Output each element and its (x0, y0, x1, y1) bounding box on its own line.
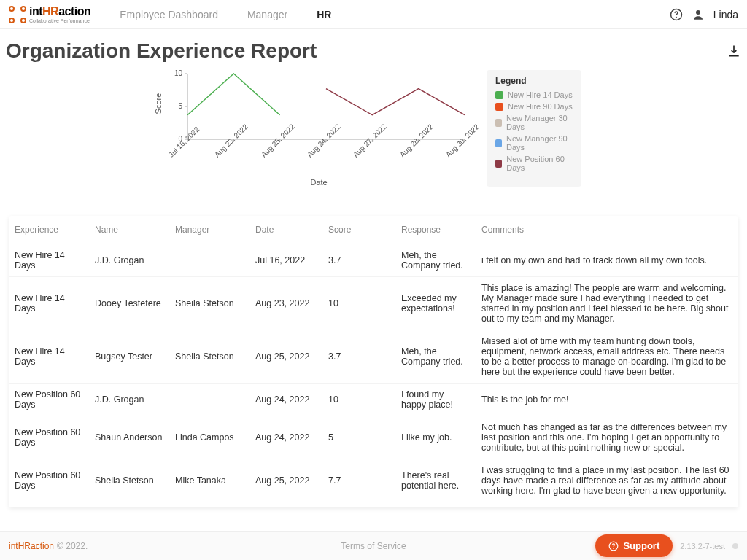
legend-item[interactable]: New Manager 30 Days (495, 114, 573, 131)
user-icon (692, 8, 705, 21)
table-header[interactable]: Date (249, 216, 322, 244)
table-row[interactable]: New Position 60 DaysSheila StetsonMike T… (9, 459, 738, 502)
cell-date: Aug 24, 2022 (249, 416, 322, 459)
cell-manager: Mike Tanaka (169, 459, 249, 502)
download-icon[interactable] (727, 44, 741, 58)
cell-comments: This is the job for me! (476, 384, 738, 416)
footer: intHRaction © 2022. Terms of Service Sup… (0, 531, 747, 560)
cell-score: 5 (322, 416, 395, 459)
cell-score: 7.7 (322, 459, 395, 502)
legend-label: New Hire 14 Days (508, 90, 573, 99)
cell-response: Exceeded my expectations! (395, 277, 476, 330)
cell-experience: New Position 60 Days (9, 416, 89, 459)
chart-area: Score 0510 Jul 16, 2022Aug 23, 2022Aug 2… (0, 70, 747, 187)
logo-sub: Collaborative Performance (29, 18, 90, 23)
table-row[interactable]: New Position 60 DaysShaun AndersonLinda … (9, 416, 738, 459)
legend-swatch (495, 91, 503, 99)
footer-copy: © 2022. (57, 541, 88, 551)
cell-date: Aug 25, 2022 (249, 459, 322, 502)
legend-item[interactable]: New Position 60 Days (495, 155, 573, 172)
table-scroll[interactable]: ExperienceNameManagerDateScoreResponseCo… (9, 216, 738, 508)
legend-swatch (495, 103, 503, 111)
experience-table-card: ExperienceNameManagerDateScoreResponseCo… (9, 216, 738, 508)
cell-manager: Linda Campos (169, 416, 249, 459)
cell-manager (169, 244, 249, 277)
cell-score: 3.7 (322, 502, 395, 508)
cell-comments: The moves being made do not change the f… (476, 502, 738, 508)
nav-item-manager[interactable]: Manager (247, 9, 287, 20)
legend-title: Legend (495, 76, 573, 86)
cell-manager: Sheila Stetson (169, 330, 249, 384)
cell-name: J.D. Grogan (89, 384, 169, 416)
titlebar: Organization Experience Report (0, 29, 747, 70)
footer-brand[interactable]: intHRaction (9, 541, 54, 551)
cell-comments: i felt on my own and had to track down a… (476, 244, 738, 277)
svg-point-19 (614, 548, 614, 548)
cell-comments: Missed alot of time with my team hunting… (476, 330, 738, 384)
svg-point-2 (696, 10, 700, 15)
cell-score: 10 (322, 277, 395, 330)
logo[interactable]: intHRaction Collaborative Performance (9, 5, 90, 23)
legend-item[interactable]: New Hire 90 Days (495, 102, 573, 111)
table-header[interactable]: Response (395, 216, 476, 244)
svg-text:5: 5 (178, 102, 182, 110)
cell-experience: New Position 60 Days (9, 459, 89, 502)
username[interactable]: Linda (713, 9, 738, 20)
legend-item[interactable]: New Manager 90 Days (495, 134, 573, 152)
cell-name: Shaun Anderson (89, 416, 169, 459)
cell-name: J.D. Grogan (89, 244, 169, 277)
version-label: 2.13.2-7-test (680, 542, 725, 551)
cell-comments: This place is amazing! The people are wa… (476, 277, 738, 330)
cell-date: Aug 25, 2022 (249, 330, 322, 384)
cell-date: Aug 27, 2022 (249, 502, 322, 508)
table-row[interactable]: New Position 60 DaysSidney MarcusMike Ta… (9, 502, 738, 508)
status-dot-icon (732, 543, 738, 549)
table-row[interactable]: New Position 60 DaysJ.D. GroganAug 24, 2… (9, 384, 738, 416)
logo-mid: HR (42, 5, 58, 18)
experience-table: ExperienceNameManagerDateScoreResponseCo… (9, 216, 738, 508)
chart-legend: Legend New Hire 14 DaysNew Hire 90 DaysN… (487, 70, 581, 187)
nav-item-hr[interactable]: HR (317, 9, 331, 20)
logo-pre: int (29, 5, 42, 18)
cell-experience: New Position 60 Days (9, 502, 89, 508)
help-icon[interactable] (670, 8, 683, 21)
cell-name: Dooey Testetere (89, 277, 169, 330)
table-row[interactable]: New Hire 14 DaysDooey TestetereSheila St… (9, 277, 738, 330)
nav-item-employee-dashboard[interactable]: Employee Dashboard (120, 9, 218, 20)
cell-experience: New Hire 14 Days (9, 244, 89, 277)
cell-response: Meh, the Company tried. (395, 330, 476, 384)
cell-date: Aug 24, 2022 (249, 384, 322, 416)
chart[interactable]: 0510 (166, 70, 472, 150)
table-header[interactable]: Experience (9, 216, 89, 244)
topbar: intHRaction Collaborative Performance Em… (0, 0, 747, 29)
support-button[interactable]: Support (595, 534, 673, 557)
cell-score: 3.7 (322, 244, 395, 277)
legend-item[interactable]: New Hire 14 Days (495, 90, 573, 99)
table-header[interactable]: Name (89, 216, 169, 244)
cell-comments: Not much has changed as far as the diffe… (476, 416, 738, 459)
legend-label: New Position 60 Days (506, 155, 573, 172)
table-row[interactable]: New Hire 14 DaysJ.D. GroganJul 16, 20223… (9, 244, 738, 277)
legend-swatch (495, 119, 502, 127)
cell-date: Jul 16, 2022 (249, 244, 322, 277)
logo-icon (9, 6, 26, 23)
legend-swatch (495, 160, 502, 168)
cell-response: I like my job. (395, 416, 476, 459)
cell-name: Sheila Stetson (89, 459, 169, 502)
legend-swatch (495, 139, 502, 147)
cell-response: There's real potential here. (395, 459, 476, 502)
table-header[interactable]: Score (322, 216, 395, 244)
svg-point-1 (676, 17, 676, 18)
table-header[interactable]: Comments (476, 216, 738, 244)
table-row[interactable]: New Hire 14 DaysBugsey TesterSheila Stet… (9, 330, 738, 384)
page-title: Organization Experience Report (6, 39, 317, 63)
cell-response: Meh, the Company tried. (395, 244, 476, 277)
table-header[interactable]: Manager (169, 216, 249, 244)
cell-experience: New Hire 14 Days (9, 330, 89, 384)
cell-response: I found my happy place! (395, 384, 476, 416)
cell-comments: I was struggling to find a place in my l… (476, 459, 738, 502)
cell-name: Sidney Marcus (89, 502, 169, 508)
chart-y-label: Score (154, 93, 163, 114)
nav: Employee DashboardManagerHR (120, 9, 331, 20)
chart-x-label: Date (166, 178, 472, 187)
